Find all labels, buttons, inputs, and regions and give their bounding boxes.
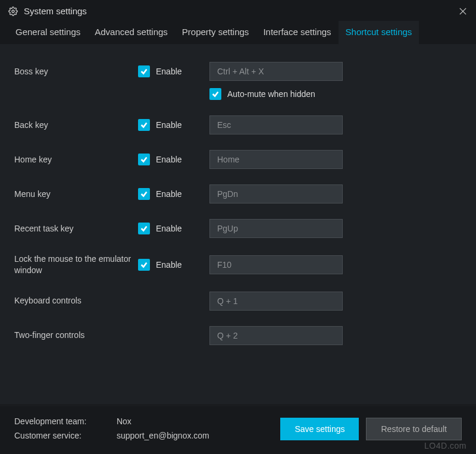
recent-key-enable-label: Enable [156, 224, 182, 233]
back-key-enable-label: Enable [156, 120, 182, 130]
auto-mute-row: Auto-mute when hidden [209, 88, 462, 100]
titlebar: System settings [0, 0, 476, 21]
close-icon[interactable] [459, 7, 468, 15]
home-key-checkbox[interactable] [138, 154, 150, 165]
customer-service-value: support_en@bignox.com [117, 431, 209, 440]
tab-interface[interactable]: Interface settings [256, 21, 338, 44]
recent-key-label: Recent task key [14, 223, 138, 234]
home-key-enable: Enable [138, 154, 209, 165]
two-finger-label: Two-finger controls [14, 330, 138, 341]
restore-button[interactable]: Restore to default [366, 418, 462, 440]
row-boss-key: Boss key Enable [14, 62, 462, 81]
row-keyboard-controls: Keyboard controls [14, 292, 462, 311]
boss-key-input[interactable] [209, 62, 343, 81]
auto-mute-label: Auto-mute when hidden [227, 89, 315, 99]
keyboard-controls-label: Keyboard controls [14, 295, 138, 306]
row-home-key: Home key Enable [14, 150, 462, 169]
back-key-checkbox[interactable] [138, 119, 150, 131]
home-key-label: Home key [14, 154, 138, 165]
footer-info: Development team: Nox Customer service: … [14, 415, 273, 443]
boss-key-checkbox[interactable] [138, 65, 150, 77]
tab-advanced[interactable]: Advanced settings [87, 21, 175, 44]
window-title: System settings [24, 6, 459, 16]
lock-mouse-label: Lock the mouse to the emulator window [14, 253, 138, 276]
two-finger-input[interactable] [209, 326, 343, 345]
row-recent-key: Recent task key Enable [14, 219, 462, 238]
auto-mute-checkbox[interactable] [209, 88, 221, 100]
save-button[interactable]: Save settings [280, 418, 359, 440]
home-key-enable-label: Enable [156, 155, 182, 164]
keyboard-controls-input[interactable] [209, 292, 343, 311]
customer-service-label: Customer service: [14, 429, 114, 443]
tab-shortcut[interactable]: Shortcut settings [339, 21, 419, 44]
boss-key-enable-label: Enable [156, 67, 182, 76]
dev-team-value: Nox [117, 417, 131, 426]
lock-mouse-enable: Enable [138, 259, 209, 271]
tab-property[interactable]: Property settings [175, 21, 256, 44]
recent-key-enable: Enable [138, 223, 209, 234]
row-back-key: Back key Enable [14, 115, 462, 134]
content-panel: Boss key Enable Auto-mute when hidden Ba… [0, 44, 476, 404]
row-two-finger-controls: Two-finger controls [14, 326, 462, 345]
row-lock-mouse: Lock the mouse to the emulator window En… [14, 253, 462, 276]
lock-mouse-checkbox[interactable] [138, 259, 150, 271]
row-menu-key: Menu key Enable [14, 184, 462, 203]
menu-key-enable-label: Enable [156, 189, 182, 199]
tab-general[interactable]: General settings [8, 21, 87, 44]
boss-key-enable: Enable [138, 65, 209, 77]
menu-key-checkbox[interactable] [138, 188, 150, 200]
tab-bar: General settings Advanced settings Prope… [0, 21, 476, 44]
menu-key-enable: Enable [138, 188, 209, 200]
lock-mouse-enable-label: Enable [156, 260, 182, 270]
gear-icon [8, 7, 18, 16]
boss-key-label: Boss key [14, 66, 138, 77]
footer: Development team: Nox Customer service: … [0, 406, 476, 454]
back-key-input[interactable] [209, 115, 343, 134]
menu-key-label: Menu key [14, 189, 138, 200]
back-key-enable: Enable [138, 119, 209, 131]
dev-team-label: Development team: [14, 415, 114, 429]
menu-key-input[interactable] [209, 184, 343, 203]
back-key-label: Back key [14, 120, 138, 131]
recent-key-input[interactable] [209, 219, 343, 238]
home-key-input[interactable] [209, 150, 343, 169]
recent-key-checkbox[interactable] [138, 223, 150, 234]
svg-point-0 [12, 10, 14, 12]
lock-mouse-input[interactable] [209, 255, 343, 274]
